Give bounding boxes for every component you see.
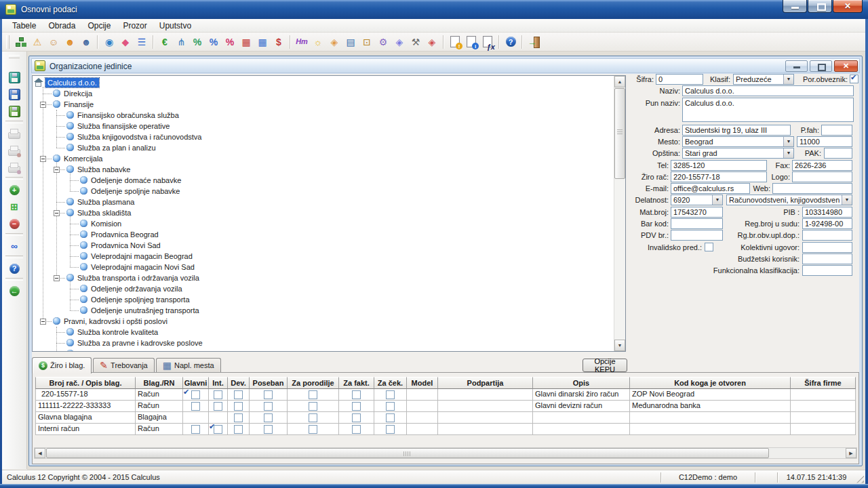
- resize-grip[interactable]: [855, 474, 864, 483]
- hierarchy-button[interactable]: ☰: [134, 34, 150, 50]
- table-cell[interactable]: Međunarodna banka: [630, 401, 791, 412]
- table-flag-cell[interactable]: [288, 401, 339, 412]
- tree-item[interactable]: Finansije: [33, 99, 602, 110]
- tree-item-label[interactable]: Komision: [91, 219, 121, 228]
- gear-button[interactable]: ⚙: [375, 34, 391, 50]
- table-flag-cell[interactable]: [250, 401, 288, 412]
- tree-item-label[interactable]: Odeljenje spoljnjeg transporta: [91, 295, 190, 304]
- tree-item[interactable]: Služba skladišta: [33, 207, 602, 218]
- table-flag-cell[interactable]: [374, 424, 407, 435]
- table-cell[interactable]: [438, 389, 533, 401]
- pun-naziv-field[interactable]: Calculus d.o.o.: [682, 98, 854, 122]
- tag-orange-button[interactable]: ◈: [326, 34, 342, 50]
- tree-item-label[interactable]: Odeljenje domaće nabavke: [91, 176, 181, 185]
- postanski-broj-field[interactable]: 11000: [797, 136, 852, 147]
- tab-napl-mesta[interactable]: ▦Napl. mesta: [156, 358, 221, 372]
- table-flag-cell[interactable]: [209, 412, 228, 424]
- hm-button[interactable]: Hm: [294, 34, 310, 50]
- tree-item-label[interactable]: Finansije: [64, 100, 94, 109]
- reg-broj-field[interactable]: 1-92498-00: [802, 218, 852, 229]
- minimize-button[interactable]: [783, 0, 807, 13]
- tab--iro-i-blag-[interactable]: $Žiro i blag.: [32, 357, 92, 373]
- search-button[interactable]: ∞: [6, 238, 22, 254]
- bulb-button[interactable]: ☼: [310, 34, 326, 50]
- table-flag-cell[interactable]: [183, 424, 209, 435]
- tree-item-label[interactable]: Veleprodajni magacin Novi Sad: [91, 262, 195, 272]
- table-cell[interactable]: Račun: [136, 389, 183, 401]
- table-scrollbar-thumb[interactable]: [46, 448, 769, 458]
- table-flag-cell[interactable]: [250, 389, 288, 401]
- table-flag-cell[interactable]: [339, 412, 374, 424]
- doc-formula-button[interactable]: ƒx: [479, 34, 496, 50]
- box-warning-button[interactable]: ⚠: [29, 34, 45, 50]
- table-flag-cell[interactable]: [228, 412, 250, 424]
- table-cell[interactable]: ZOP Novi Beograd: [630, 389, 791, 401]
- table-flag-cell[interactable]: [339, 401, 374, 412]
- kolektivni-field[interactable]: [802, 242, 852, 253]
- table-flag-cell[interactable]: [288, 412, 339, 424]
- invalidsko-checkbox[interactable]: [705, 243, 713, 251]
- flag-checkbox[interactable]: [386, 402, 395, 411]
- tree-item[interactable]: Pravni, kadrovski i opšti poslovi: [33, 316, 602, 327]
- flag-checkbox[interactable]: [234, 413, 243, 422]
- scroll-left-icon[interactable]: ◀: [35, 448, 45, 458]
- box-bulb-button[interactable]: ⊡: [359, 34, 375, 50]
- flag-checkbox[interactable]: [214, 425, 222, 434]
- tree-item[interactable]: Služba za plan i analizu: [33, 142, 602, 153]
- tree-item[interactable]: Komercijala: [33, 153, 602, 164]
- mesto-select[interactable]: Beograd: [682, 136, 794, 147]
- tree-item-label[interactable]: Komercijala: [64, 154, 102, 163]
- table-cell[interactable]: [791, 401, 856, 412]
- tree-item-label[interactable]: Odeljenje održavanja vozila: [91, 284, 182, 293]
- table-cell[interactable]: 220-15577-18: [35, 389, 136, 401]
- flag-checkbox[interactable]: [386, 413, 395, 422]
- flag-checkbox[interactable]: [214, 402, 222, 411]
- table-flag-cell[interactable]: [183, 401, 209, 412]
- table-flag-cell[interactable]: [183, 412, 209, 424]
- calendar-percent-button[interactable]: ▦: [238, 34, 254, 50]
- tree-item-label[interactable]: Pravni, kadrovski i opšti poslovi: [64, 317, 167, 326]
- budzetski-field[interactable]: [802, 253, 852, 264]
- table-cell[interactable]: Račun: [136, 424, 183, 435]
- flag-checkbox[interactable]: [309, 402, 317, 411]
- scroll-up-icon[interactable]: ▲: [614, 76, 625, 87]
- save-as-button[interactable]: [6, 86, 22, 102]
- table-flag-cell[interactable]: [209, 401, 228, 412]
- table-flag-cell[interactable]: [209, 424, 228, 435]
- globe-button[interactable]: ◉: [101, 34, 117, 50]
- tree-item[interactable]: Prodavnica Beograd: [33, 229, 602, 240]
- flag-checkbox[interactable]: [352, 402, 361, 411]
- tree-item[interactable]: Odeljenje spoljnjeg transporta: [33, 294, 602, 305]
- tag-red-button[interactable]: ◈: [424, 34, 440, 50]
- opcije-kepu-button[interactable]: Opcije KEPU: [583, 359, 627, 372]
- user-blue-button[interactable]: ☻: [78, 34, 94, 50]
- tree-item-label[interactable]: Calculus d.o.o.: [45, 78, 99, 87]
- delete-button[interactable]: −: [6, 216, 22, 232]
- tree-item-label[interactable]: Direkcija: [64, 89, 92, 98]
- tree-item-label[interactable]: Služba knjigovodstva i računovodstva: [77, 132, 201, 142]
- table-horizontal-scrollbar[interactable]: ◀ ▶: [34, 447, 857, 459]
- table-cell[interactable]: 111111-22222-333333: [35, 401, 136, 412]
- tools-button[interactable]: ⚒: [408, 34, 424, 50]
- close-button[interactable]: [833, 0, 863, 13]
- flag-checkbox[interactable]: [214, 390, 222, 399]
- save-org-button[interactable]: [6, 103, 22, 119]
- tel-field[interactable]: 3285-120: [671, 160, 767, 171]
- delatnost-name-select[interactable]: Računovodstveni, knjigovodstven: [726, 195, 852, 205]
- tree-item-label[interactable]: Služba skladišta: [77, 208, 132, 218]
- table-cell[interactable]: Blagajna: [136, 412, 183, 424]
- menu-obrada[interactable]: Obrada: [42, 20, 81, 32]
- mat-broj-field[interactable]: 17543270: [671, 207, 723, 218]
- adresa-field[interactable]: Studentski trg 19, ulaz III: [682, 125, 791, 136]
- tree-item-label[interactable]: Prodavnica Beograd: [91, 230, 159, 239]
- table-cell[interactable]: [407, 389, 438, 401]
- tree-item-label[interactable]: Služba transporta i održavanja vozila: [77, 273, 199, 283]
- flag-checkbox[interactable]: [191, 425, 200, 434]
- tree-collapse-icon[interactable]: [40, 156, 46, 162]
- flag-checkbox[interactable]: [309, 413, 317, 422]
- tree-item[interactable]: Komision: [33, 218, 602, 229]
- tree-item[interactable]: Odeljenje održavanja vozila: [33, 283, 602, 294]
- tree-item[interactable]: Odeljenje spoljnje nabavke: [33, 186, 602, 197]
- tree-collapse-icon[interactable]: [54, 167, 60, 173]
- doc-dollar-button[interactable]: $: [271, 34, 287, 50]
